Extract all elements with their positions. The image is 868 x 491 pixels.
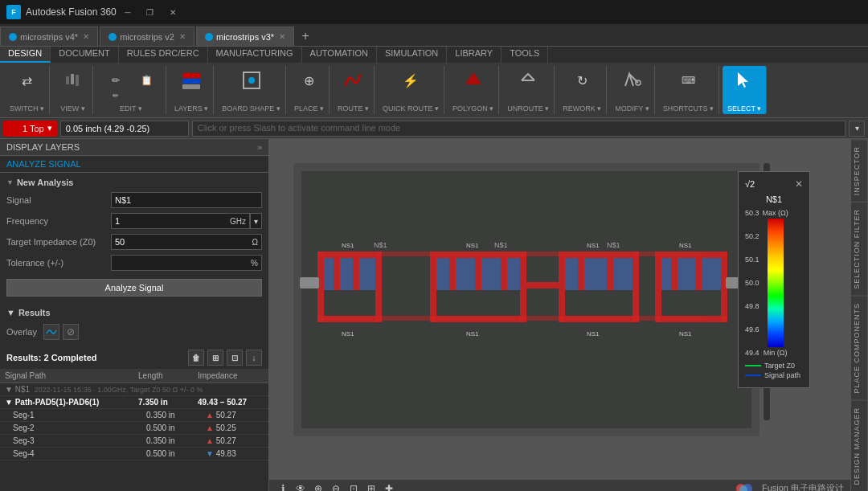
boardshape-button[interactable] [237, 68, 266, 93]
view-result-button[interactable]: ⊞ [207, 350, 223, 366]
legend-header: √2 ✕ [745, 178, 803, 190]
layer-selector[interactable]: 1 Top ▾ [3, 121, 57, 137]
quickroute-button[interactable]: ⚡ [396, 68, 425, 93]
svg-rect-22 [359, 258, 375, 290]
ribbon-group-edit: ✏ ✏ 📋 EDIT ▾ [96, 66, 166, 114]
table-row[interactable]: ▼ N$1 2022-11-15 15:35 · 1.00GHz, Target… [0, 383, 268, 396]
edit2-button[interactable]: 📋 [132, 68, 161, 101]
frequency-unit-dropdown[interactable]: ▾ [250, 213, 262, 229]
layers-icon [180, 69, 203, 92]
fusion-branding: Fusion 电子电路设计 [736, 481, 844, 492]
pan-button[interactable]: ✚ [382, 481, 396, 492]
view-button[interactable] [59, 68, 88, 93]
maximize-button[interactable]: ❐ [139, 1, 162, 23]
rework-button[interactable]: ↻ [567, 68, 596, 93]
polygon-icon [462, 69, 485, 92]
tab-microstrips-v2[interactable]: microstrips v2 ✕ [100, 27, 194, 46]
layer-color-indicator [8, 123, 19, 134]
overlay-wave-button[interactable] [43, 324, 59, 340]
canvas-area[interactable]: NS1 NS1 NS1 NS1 [269, 139, 850, 491]
seg-length: 0.350 in [133, 409, 193, 422]
app-title: Autodesk Fusion 360 [26, 6, 117, 18]
group-signal: ▼ N$1 2022-11-15 15:35 · 1.00GHz, Target… [0, 383, 268, 396]
target-z-input[interactable] [111, 234, 249, 250]
tolerance-label: Tolerance (+/-) [6, 258, 111, 268]
table-row[interactable]: Seg-3 0.350 in ▲ 50.27 [0, 435, 268, 448]
table-row[interactable]: Seg-1 0.350 in ▲ 50.27 [0, 409, 268, 422]
table-row[interactable]: Seg-4 0.500 in ▼ 49.83 [0, 448, 268, 460]
ribbon-tab-tools[interactable]: TOOLS [502, 47, 548, 63]
command-input[interactable]: Click or press Slash to activate command… [192, 121, 845, 137]
quickroute-label: QUICK ROUTE ▾ [383, 103, 439, 113]
minimize-button[interactable]: ─ [117, 1, 139, 23]
unroute-icon [517, 69, 539, 92]
ribbon-tab-manufacturing[interactable]: MANUFACTURING [208, 47, 302, 63]
frequency-input[interactable] [111, 213, 227, 229]
unroute-button[interactable] [514, 68, 542, 93]
signal-row: Signal N$1 [6, 192, 262, 208]
info-button[interactable]: ℹ [276, 481, 290, 492]
overlay-row: Overlay ⊘ [0, 321, 268, 343]
tab-close-icon[interactable]: ✕ [83, 32, 89, 41]
table-row[interactable]: ▼ Path-PAD5(1)-PAD6(1) 7.350 in 49.43 – … [0, 396, 268, 409]
ribbon-tab-rules[interactable]: RULES DRC/ERC [119, 47, 208, 63]
polygon-label: POLYGON ▾ [452, 103, 493, 113]
seg-impedance: ▼ 49.83 [193, 448, 268, 460]
display-layers-label: DISPLAY LAYERS [6, 142, 80, 152]
frequency-label: Frequency [6, 216, 111, 226]
export-result-button[interactable]: ↓ [246, 350, 262, 366]
legend-close-button[interactable]: ✕ [795, 178, 803, 190]
new-tab-button[interactable]: + [296, 27, 315, 46]
new-analysis-label: New Analysis [17, 178, 74, 187]
zoom-fit-button[interactable]: ⊡ [346, 481, 361, 492]
delete-result-button[interactable]: 🗑 [188, 350, 204, 366]
select-button[interactable] [730, 68, 759, 93]
ribbon-tab-automation[interactable]: AUTOMATION [302, 47, 377, 63]
compare-result-button[interactable]: ⊡ [227, 350, 243, 366]
legend-target-item: Target Z0 [745, 362, 803, 370]
target-z-row: Target Impedance (Z0) Ω [6, 234, 262, 250]
signal-select[interactable]: N$1 [111, 192, 262, 208]
tab-microstrips-v3[interactable]: microstrips v3* ✕ [196, 27, 294, 46]
close-button[interactable]: ✕ [162, 1, 184, 23]
layers-button[interactable] [177, 68, 206, 93]
selection-filter-tab[interactable]: SELECTION FILTER [851, 202, 868, 296]
show-layers-button[interactable]: 👁 [293, 481, 308, 492]
modify-button[interactable] [617, 68, 646, 93]
polygon-button[interactable] [459, 68, 488, 93]
ribbon-tab-document[interactable]: DOCUMENT [51, 47, 119, 63]
switch-button[interactable]: ⇄ [13, 68, 42, 93]
ribbon-tab-library[interactable]: LIBRARY [447, 47, 502, 63]
ribbon-content: ⇄ SWITCH ▾ VIEW ▾ ✏ ✏ 📋 [0, 63, 868, 117]
new-analysis-header[interactable]: ▼ New Analysis [6, 178, 262, 187]
display-layers-header[interactable]: DISPLAY LAYERS » [0, 139, 268, 156]
tolerance-input[interactable] [111, 255, 248, 271]
table-row[interactable]: Seg-2 0.500 in ▲ 50.25 [0, 422, 268, 435]
place-button[interactable]: ⊕ [294, 68, 323, 93]
expand-layers-icon[interactable]: » [257, 142, 262, 152]
svg-rect-42 [633, 252, 639, 322]
shortcuts-button[interactable]: ⌨ [674, 68, 702, 93]
analyze-signal-header[interactable]: ANALYZE SIGNAL [0, 156, 268, 173]
design-manager-tab[interactable]: DESIGN MANAGER [851, 400, 868, 491]
grid-button[interactable]: ⊞ [364, 481, 379, 492]
tab-close-icon[interactable]: ✕ [179, 32, 186, 41]
svg-rect-44 [607, 258, 613, 290]
tab-microstrips-v4[interactable]: microstrips v4* ✕ [0, 27, 98, 46]
seg-name: Seg-2 [0, 422, 133, 435]
overlay-clear-button[interactable]: ⊘ [63, 324, 79, 340]
edit-button[interactable]: ✏ ✏ [101, 68, 130, 101]
svg-text:NS1: NS1 [342, 242, 354, 249]
route-button[interactable] [338, 68, 367, 93]
zoom-out-button[interactable]: ⊖ [329, 481, 343, 492]
results-header[interactable]: ▼ Results [0, 305, 268, 321]
ribbon-tab-simulation[interactable]: SIMULATION [377, 47, 447, 63]
zoom-in-button[interactable]: ⊕ [311, 481, 326, 492]
place-components-tab[interactable]: PLACE COMPONENTS [851, 296, 868, 400]
analyze-signal-button[interactable]: Analyze Signal [6, 279, 262, 297]
ribbon-tab-design[interactable]: DESIGN [0, 47, 51, 63]
cmd-settings-button[interactable]: ▾ [849, 121, 865, 137]
inspector-panel-tab[interactable]: INSPECTOR [851, 139, 868, 202]
tab-close-icon[interactable]: ✕ [279, 32, 285, 41]
target-z-unit: Ω [249, 234, 262, 250]
